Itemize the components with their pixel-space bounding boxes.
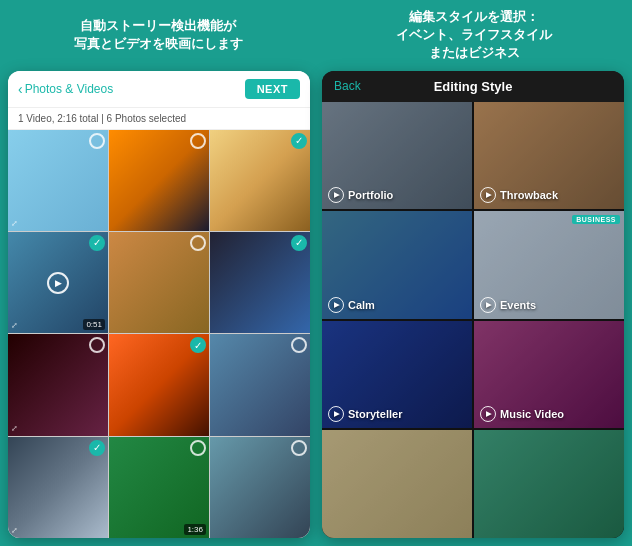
play-button: ▶ (480, 297, 496, 313)
photo-grid-cell[interactable]: ⤢ (8, 334, 108, 435)
duration-badge: 0:51 (83, 319, 105, 330)
style-name: Calm (348, 299, 375, 311)
left-header-label: 自動ストーリー検出機能が 写真とビデオを映画にします (16, 17, 300, 53)
expand-icon: ⤢ (11, 424, 18, 433)
left-phone: ‹ Photos & Videos NEXT 1 Video, 2:16 tot… (8, 71, 310, 538)
check-circle (190, 440, 206, 456)
photo-grid-cell[interactable]: 1:36 (109, 437, 209, 538)
style-label: ▶Music Video (480, 406, 564, 422)
play-icon: ▶ (47, 272, 69, 294)
left-phone-header: ‹ Photos & Videos NEXT (8, 71, 310, 108)
style-overlay (474, 430, 624, 538)
right-header-text: 編集スタイルを選択： イベント、ライフスタイル またはビジネス (316, 0, 632, 71)
style-label: ▶Events (480, 297, 536, 313)
style-label: ▶Portfolio (328, 187, 393, 203)
check-circle (291, 337, 307, 353)
play-button: ▶ (328, 187, 344, 203)
check-circle (291, 440, 307, 456)
check-circle: ✓ (291, 235, 307, 251)
style-overlay (322, 430, 472, 538)
style-name: Events (500, 299, 536, 311)
photo-grid-cell[interactable]: ✓⤢ (8, 437, 108, 538)
style-label: ▶Throwback (480, 187, 558, 203)
back-chevron-icon: ‹ (18, 81, 23, 97)
play-button: ▶ (480, 187, 496, 203)
style-cell-Calm[interactable]: ▶Calm (322, 211, 472, 319)
right-phone: Back Editing Style ▶Portfolio▶Throwback▶… (322, 71, 624, 538)
expand-icon: ⤢ (11, 219, 18, 228)
style-name: Throwback (500, 189, 558, 201)
photo-grid-cell[interactable]: ✓0:51⤢▶ (8, 232, 108, 333)
style-grid: ▶Portfolio▶Throwback▶CalmBUSINESS▶Events… (322, 102, 624, 538)
style-cell-Throwback[interactable]: ▶Throwback (474, 102, 624, 210)
style-name: Music Video (500, 408, 564, 420)
duration-badge: 1:36 (184, 524, 206, 535)
back-label-right: Back (334, 79, 361, 93)
style-cell-6[interactable] (322, 430, 472, 538)
style-cell-Events[interactable]: BUSINESS▶Events (474, 211, 624, 319)
check-circle: ✓ (89, 235, 105, 251)
style-cell-Music Video[interactable]: ▶Music Video (474, 321, 624, 429)
back-button-left[interactable]: ‹ Photos & Videos (18, 81, 113, 97)
play-button: ▶ (480, 406, 496, 422)
check-circle: ✓ (190, 337, 206, 353)
right-phone-header: Back Editing Style (322, 71, 624, 102)
photo-grid: ⤢✓✓0:51⤢▶✓⤢✓✓⤢1:36 (8, 130, 310, 538)
style-label: ▶Storyteller (328, 406, 402, 422)
style-cell-Storyteller[interactable]: ▶Storyteller (322, 321, 472, 429)
style-name: Portfolio (348, 189, 393, 201)
photo-grid-cell[interactable] (109, 130, 209, 231)
style-cell-Portfolio[interactable]: ▶Portfolio (322, 102, 472, 210)
check-circle (89, 337, 105, 353)
photo-grid-cell[interactable]: ✓ (210, 232, 310, 333)
check-circle (190, 133, 206, 149)
photo-grid-cell[interactable] (109, 232, 209, 333)
style-label: ▶Calm (328, 297, 375, 313)
editing-style-title: Editing Style (434, 79, 513, 94)
style-cell-7[interactable] (474, 430, 624, 538)
back-label: Photos & Videos (25, 82, 114, 96)
photo-grid-cell[interactable] (210, 437, 310, 538)
photo-grid-cell[interactable] (210, 334, 310, 435)
left-header-text: 自動ストーリー検出機能が 写真とビデオを映画にします (0, 9, 316, 61)
expand-icon: ⤢ (11, 526, 18, 535)
photo-grid-cell[interactable]: ✓ (109, 334, 209, 435)
check-circle (190, 235, 206, 251)
right-header-label: 編集スタイルを選択： イベント、ライフスタイル またはビジネス (332, 8, 616, 63)
next-button[interactable]: NEXT (245, 79, 300, 99)
check-circle: ✓ (89, 440, 105, 456)
photo-grid-cell[interactable]: ✓ (210, 130, 310, 231)
expand-icon: ⤢ (11, 321, 18, 330)
photo-count-text: 1 Video, 2:16 total | 6 Photos selected (18, 113, 186, 124)
style-name: Storyteller (348, 408, 402, 420)
play-button: ▶ (328, 406, 344, 422)
business-badge: BUSINESS (572, 215, 620, 224)
photo-count-bar: 1 Video, 2:16 total | 6 Photos selected (8, 108, 310, 130)
check-circle: ✓ (291, 133, 307, 149)
play-button: ▶ (328, 297, 344, 313)
photo-grid-cell[interactable]: ⤢ (8, 130, 108, 231)
back-button-right[interactable]: Back (334, 79, 361, 93)
check-circle (89, 133, 105, 149)
